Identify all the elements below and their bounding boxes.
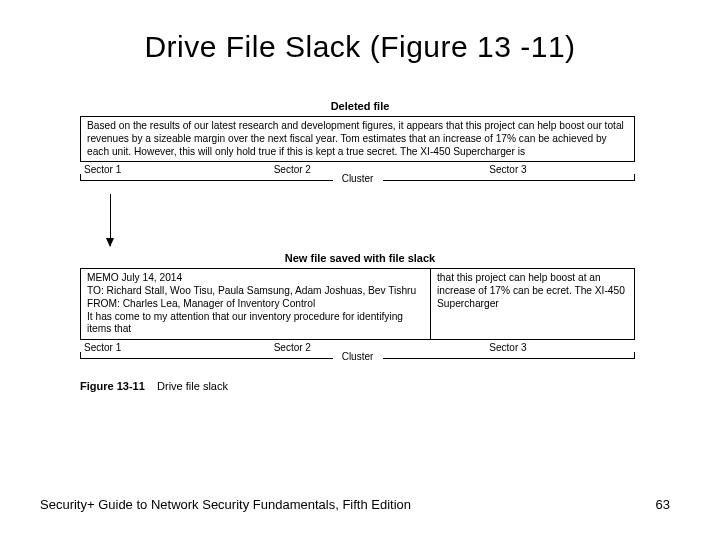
file-slack-content: that this project can help boost at an i… [431,269,634,339]
new-file-content: MEMO July 14, 2014 TO: Richard Stall, Wo… [81,269,431,339]
cluster-label-top: Cluster [333,173,383,184]
footer-book-title: Security+ Guide to Network Security Fund… [40,497,411,512]
figure-caption-text: Drive file slack [157,380,228,392]
slide: Drive File Slack (Figure 13 -11) Deleted… [0,0,720,540]
figure-area: Deleted file Based on the results of our… [80,100,640,392]
new-file-label: New file saved with file slack [80,252,640,264]
deleted-file-box: Based on the results of our latest resea… [80,116,635,162]
figure-caption: Figure 13-11 Drive file slack [80,380,640,392]
figure-number: Figure 13-11 [80,380,145,392]
cluster-label-bottom: Cluster [333,351,383,362]
cluster-bracket-top: Cluster [80,174,635,188]
slide-title: Drive File Slack (Figure 13 -11) [0,0,720,64]
arrow-down-icon [110,194,111,246]
deleted-file-label: Deleted file [80,100,640,112]
cluster-bracket-bottom: Cluster [80,352,635,366]
new-file-box: MEMO July 14, 2014 TO: Richard Stall, Wo… [80,268,635,340]
page-number: 63 [656,497,670,512]
